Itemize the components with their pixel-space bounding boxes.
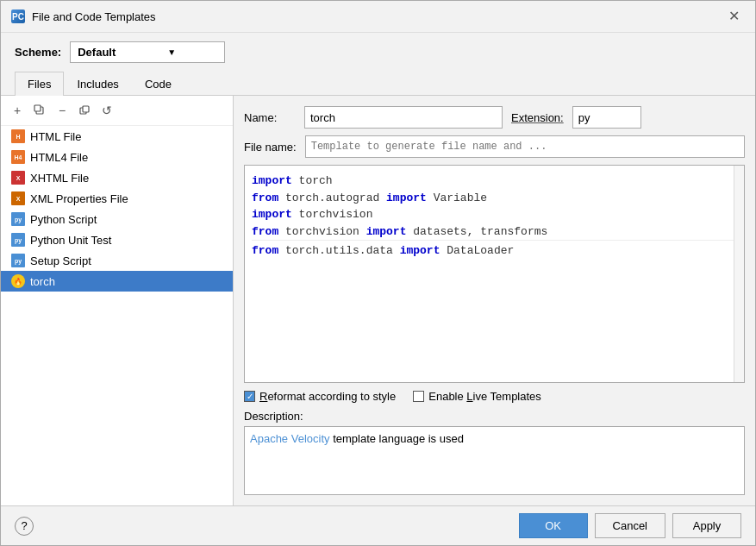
list-item[interactable]: py Python Unit Test bbox=[1, 229, 233, 250]
file-item-name: Setup Script bbox=[30, 254, 91, 267]
file-toolbar: + − ↺ bbox=[1, 96, 233, 126]
button-group: OK Cancel Apply bbox=[519, 513, 741, 538]
live-templates-label: Enable Live Templates bbox=[428, 390, 541, 403]
chevron-down-icon: ▼ bbox=[167, 47, 176, 57]
file-item-name: Python Script bbox=[30, 213, 97, 226]
right-panel: Name: Extension: File name: import torch… bbox=[234, 96, 755, 505]
xhtml-icon: X bbox=[11, 171, 25, 185]
description-section: Description: Apache Velocity template la… bbox=[244, 410, 745, 495]
list-item-torch[interactable]: 🔥 torch bbox=[1, 271, 233, 292]
description-label: Description: bbox=[244, 410, 745, 423]
cancel-button[interactable]: Cancel bbox=[595, 513, 665, 538]
scheme-label: Scheme: bbox=[15, 46, 61, 59]
code-line-3: import torchvision bbox=[252, 206, 737, 223]
python-icon: py bbox=[11, 212, 25, 226]
live-templates-checkbox[interactable]: Enable Live Templates bbox=[413, 390, 541, 403]
filename-label: File name: bbox=[244, 141, 297, 154]
html-icon: H bbox=[11, 129, 25, 143]
live-templates-checkbox-box bbox=[413, 391, 424, 402]
code-line-1: import torch bbox=[252, 173, 737, 190]
title-bar-left: PC File and Code Templates bbox=[11, 9, 156, 23]
file-item-name: HTML File bbox=[30, 130, 81, 143]
add-button[interactable]: + bbox=[8, 101, 27, 120]
apply-button[interactable]: Apply bbox=[672, 513, 741, 538]
description-box: Apache Velocity template language is use… bbox=[244, 426, 745, 495]
list-item[interactable]: X XHTML File bbox=[1, 167, 233, 188]
code-line-4: from torchvision import datasets, transf… bbox=[252, 223, 737, 241]
filename-row: File name: bbox=[244, 135, 745, 158]
reformat-label: Reformat according to style bbox=[259, 390, 396, 403]
description-text: template language is used bbox=[333, 432, 464, 445]
app-icon: PC bbox=[11, 9, 25, 23]
file-item-name: HTML4 File bbox=[30, 151, 88, 164]
list-item[interactable]: H HTML File bbox=[1, 126, 233, 147]
extension-label: Extension: bbox=[511, 111, 564, 124]
copy-button[interactable] bbox=[30, 101, 49, 120]
name-input[interactable] bbox=[304, 106, 503, 129]
xml-icon: X bbox=[11, 191, 25, 205]
left-panel: + − ↺ H bbox=[1, 96, 234, 505]
title-bar: PC File and Code Templates ✕ bbox=[1, 1, 755, 33]
tabs-bar: Files Includes Code bbox=[1, 72, 755, 96]
ok-button[interactable]: OK bbox=[519, 513, 588, 538]
list-item[interactable]: X XML Properties File bbox=[1, 188, 233, 209]
close-button[interactable]: ✕ bbox=[723, 8, 745, 25]
dialog-title: File and Code Templates bbox=[32, 10, 156, 23]
tab-files[interactable]: Files bbox=[15, 72, 64, 96]
file-item-name: torch bbox=[30, 275, 55, 288]
torch-icon: 🔥 bbox=[11, 274, 25, 288]
extension-input[interactable] bbox=[572, 106, 641, 129]
scheme-row: Scheme: Default ▼ bbox=[1, 33, 755, 72]
reset-button[interactable]: ↺ bbox=[97, 101, 116, 120]
options-row: ✓ Reformat according to style Enable Liv… bbox=[244, 390, 745, 403]
file-item-name: Python Unit Test bbox=[30, 234, 111, 247]
help-button[interactable]: ? bbox=[15, 517, 34, 536]
code-line-5: from torch.utils.data import DataLoader bbox=[252, 240, 737, 260]
list-item[interactable]: py Python Script bbox=[1, 209, 233, 229]
name-label: Name: bbox=[244, 111, 296, 124]
filename-input[interactable] bbox=[305, 135, 745, 158]
setup-icon: py bbox=[11, 254, 25, 267]
dialog: PC File and Code Templates ✕ Scheme: Def… bbox=[0, 0, 756, 546]
list-item[interactable]: H4 HTML4 File bbox=[1, 147, 233, 167]
code-line-2: from torch.autograd import Variable bbox=[252, 190, 737, 207]
scheme-dropdown[interactable]: Default ▼ bbox=[70, 41, 225, 63]
html4-icon: H4 bbox=[11, 150, 25, 164]
scheme-value: Default bbox=[78, 46, 116, 59]
reformat-checkbox[interactable]: ✓ Reformat according to style bbox=[244, 390, 396, 403]
reformat-checkbox-box: ✓ bbox=[244, 391, 255, 402]
remove-button[interactable]: − bbox=[53, 101, 72, 120]
tab-includes[interactable]: Includes bbox=[64, 72, 131, 96]
code-editor[interactable]: import torch from torch.autograd import … bbox=[244, 165, 745, 383]
duplicate-button[interactable] bbox=[75, 101, 94, 120]
description-link[interactable]: Apache Velocity bbox=[250, 432, 333, 445]
list-item[interactable]: py Setup Script bbox=[1, 250, 233, 271]
svg-rect-1 bbox=[34, 105, 41, 111]
scrollbar[interactable] bbox=[734, 166, 744, 382]
bottom-bar: ? OK Cancel Apply bbox=[1, 505, 755, 545]
name-row: Name: Extension: bbox=[244, 106, 745, 129]
file-list: H HTML File H4 HTML4 File X XHTML File X… bbox=[1, 126, 233, 505]
file-item-name: XML Properties File bbox=[30, 192, 128, 205]
file-item-name: XHTML File bbox=[30, 172, 89, 185]
svg-rect-3 bbox=[83, 106, 89, 112]
python-test-icon: py bbox=[11, 233, 25, 247]
code-fade bbox=[245, 356, 744, 382]
main-content: + − ↺ H bbox=[1, 96, 755, 505]
tab-code[interactable]: Code bbox=[132, 72, 184, 96]
